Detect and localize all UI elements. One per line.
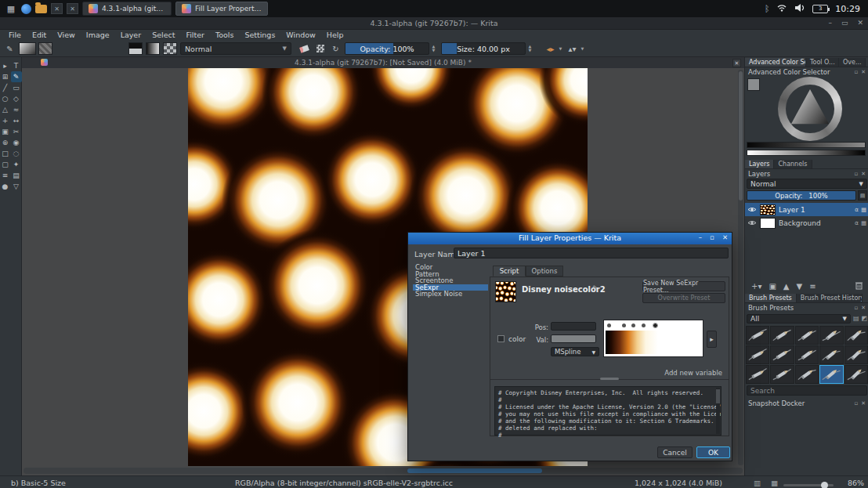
layer-row-layer1[interactable]: Layer 1 α▦ [745, 203, 868, 216]
visibility-icon[interactable] [747, 219, 757, 226]
gradient-stop[interactable] [642, 324, 646, 327]
pos-input[interactable] [551, 322, 596, 331]
tab-brush-preset-history[interactable]: Brush Preset History [797, 294, 863, 302]
advanced-color-selector[interactable] [745, 76, 868, 157]
move-layer-down-button[interactable]: ▼ [797, 282, 803, 291]
minimize-icon[interactable]: – [699, 233, 702, 241]
gradient-stop[interactable] [607, 324, 611, 327]
size-slider[interactable]: Size: 40.00 px [441, 42, 526, 55]
inherit-alpha-icon[interactable]: α [855, 206, 859, 213]
mirror-vertical-caret[interactable]: ▼ [579, 42, 586, 55]
menu-file[interactable]: File [3, 31, 27, 39]
layer-opacity-slider[interactable]: Opacity:100% [747, 190, 856, 201]
canvas-hscrollbar[interactable] [24, 468, 743, 474]
cancel-button[interactable]: Cancel [657, 446, 693, 458]
menu-edit[interactable]: Edit [27, 31, 52, 39]
brush-preset-thumb[interactable] [819, 326, 843, 345]
brush-preset-thumb[interactable] [844, 345, 868, 364]
shade-strip-2[interactable] [747, 150, 866, 156]
pattern-chooser[interactable] [38, 42, 52, 55]
tab-script[interactable]: Script [493, 266, 526, 277]
brush-preset-thumb[interactable] [819, 365, 843, 384]
inherit-alpha-icon[interactable]: α [855, 219, 859, 226]
layer-filter-icon[interactable]: ▤ [858, 190, 867, 201]
tool-icon-1[interactable]: T [11, 60, 22, 71]
splitter-handle[interactable] [600, 378, 619, 380]
taskbar-window-krita[interactable]: 4.3.1-alpha (git 7926... [82, 2, 172, 16]
tool-icon-18[interactable]: ▢ [0, 159, 11, 170]
brush-preset-thumb[interactable] [746, 345, 769, 364]
close-docker-icon[interactable]: ✕ [861, 400, 866, 407]
brush-filter-combo[interactable]: All▼ [747, 314, 851, 324]
brush-preset-thumb[interactable] [795, 326, 819, 345]
tab-layers[interactable]: Layers [745, 160, 774, 168]
generator-simplex-noise[interactable]: Simplex Noise [413, 291, 488, 298]
tool-icon-4[interactable]: ╱ [0, 82, 11, 93]
tool-icon-20[interactable]: ≡ [0, 170, 11, 181]
menu-filter[interactable]: Filter [180, 31, 210, 39]
val-color-swatch[interactable] [551, 334, 596, 343]
tool-icon-11[interactable]: ↔ [11, 115, 22, 126]
mirror-vertical-icon[interactable]: ▴▾ [566, 42, 579, 55]
tool-icon-8[interactable]: △ [0, 104, 11, 115]
tool-icon-23[interactable]: ▽ [11, 181, 22, 192]
reload-preset-icon[interactable]: ↻ [329, 42, 342, 55]
brush-preset-thumb[interactable] [746, 326, 769, 345]
move-layer-up-button[interactable]: ▲ [783, 282, 790, 291]
brush-preset-thumb[interactable] [770, 326, 794, 345]
menu-tools[interactable]: Tools [210, 31, 239, 39]
current-color-swatch[interactable] [747, 78, 760, 91]
float-docker-icon[interactable]: ▫ [854, 171, 858, 177]
maximize-icon[interactable]: ▭ [841, 19, 848, 27]
tool-icon-2[interactable]: ⊞ [0, 71, 11, 82]
layer-blend-mode-combo[interactable]: Normal▼ [747, 179, 867, 189]
gradient-editor[interactable] [603, 320, 703, 357]
interpolation-combo[interactable]: MSpline▼ [551, 347, 599, 356]
mirror-horizontal-caret[interactable]: ▼ [557, 42, 564, 55]
taskbar-mini-icon-2[interactable]: ✕ [67, 3, 78, 14]
tool-icon-7[interactable]: ◇ [11, 93, 22, 104]
opacity-slider[interactable]: Opacity: 100% [345, 42, 429, 55]
gradient-chooser[interactable] [19, 42, 36, 55]
menu-layer[interactable]: Layer [115, 31, 147, 39]
docker-tab-tool-options[interactable]: Tool O... [806, 58, 839, 67]
eraser-mode-icon[interactable] [298, 42, 311, 55]
brush-preset-thumb[interactable] [844, 365, 868, 384]
float-docker-icon[interactable]: ▫ [854, 305, 858, 311]
docker-tab-advanced-color[interactable]: Advanced Color Sel... [745, 58, 806, 67]
tool-icon-9[interactable]: ≈ [11, 104, 22, 115]
taskbar-window-dialog[interactable]: Fill Layer Properties —... [175, 2, 268, 16]
menu-window[interactable]: Window [280, 31, 320, 39]
tab-channels[interactable]: Channels [774, 160, 812, 168]
zoom-fit-icon[interactable]: ▦ [771, 479, 778, 487]
tool-icon-14[interactable]: ⊕ [0, 137, 11, 148]
opacity-spinner[interactable]: ▲▼ [430, 42, 437, 55]
tool-icon-21[interactable]: ▤ [11, 170, 22, 181]
blend-mode-combo[interactable]: Normal▼ [180, 42, 291, 55]
brush-preset-thumb[interactable] [795, 365, 819, 384]
menu-view[interactable]: View [52, 31, 81, 39]
tool-icon-3[interactable]: ✎ [11, 71, 22, 82]
add-variable-link[interactable]: Add new variable [664, 369, 722, 377]
document-titlebar[interactable]: 4.3.1-alpha (git 79267b7): [Not Saved] (… [22, 57, 744, 68]
editor-scrollbar[interactable] [716, 388, 720, 434]
wifi-icon[interactable] [776, 4, 787, 13]
battery-icon[interactable]: 3 [812, 5, 828, 13]
close-docker-icon[interactable]: ✕ [861, 69, 866, 75]
close-icon[interactable]: ✕ [857, 19, 863, 27]
taskbar-mini-icon-1[interactable]: ✕ [51, 3, 63, 14]
zoom-slider-handle[interactable] [821, 482, 828, 488]
file-manager-icon[interactable] [35, 5, 47, 13]
maximize-icon[interactable]: ▫ [710, 233, 714, 241]
size-spinner[interactable]: ▲▼ [526, 42, 533, 55]
memory-icon[interactable]: ▥ [754, 479, 761, 487]
add-layer-button[interactable]: +▾ [751, 282, 761, 291]
tab-brush-presets[interactable]: Brush Presets [745, 294, 797, 302]
gradient-bar[interactable] [606, 331, 701, 354]
tag-icon[interactable]: ◩ [861, 315, 867, 322]
layer-properties-button[interactable]: ≡ [809, 282, 816, 291]
bluetooth-icon[interactable]: ᛒ [765, 4, 770, 14]
close-icon[interactable]: ✕ [722, 233, 728, 241]
next-variable-button[interactable]: ▸ [707, 331, 717, 348]
dialog-titlebar[interactable]: Fill Layer Properties — Krita – ▫ ✕ [408, 233, 732, 244]
